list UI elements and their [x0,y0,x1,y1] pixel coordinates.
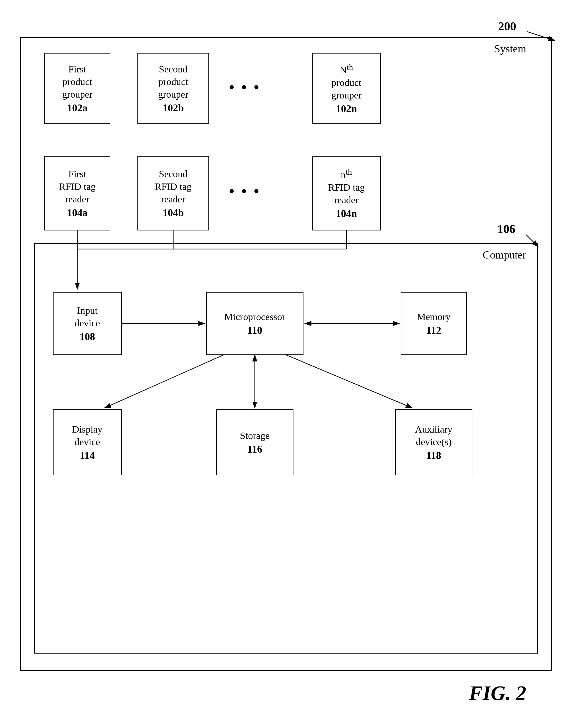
input-device-number: 108 [80,331,95,343]
storage-number: 116 [247,443,262,455]
grouper-2-number: 102b [163,102,184,114]
input-device-box: Inputdevice 108 [53,292,122,355]
system-number-label: 200 [498,19,516,33]
reader-2-number: 104b [163,207,184,219]
readers-dots: • • • [229,183,261,200]
grouper-1-number: 102a [67,102,88,114]
computer-number-label: 106 [497,222,515,236]
display-device-label: Displaydevice [72,423,102,448]
reader-n-box: nthRFID tagreader 104n [312,156,381,230]
groupers-dots: • • • [229,79,261,96]
grouper-n-label: Nthproductgrouper [331,62,362,102]
reader-1-number: 104a [67,207,88,219]
grouper-n-number: 102n [336,103,357,115]
auxiliary-device-number: 118 [426,449,441,461]
microprocessor-label: Microprocessor [224,311,285,323]
figure-title: FIG. 2 [469,681,526,705]
input-device-label: Inputdevice [75,304,100,330]
memory-box: Memory 112 [401,292,467,355]
reader-1-box: FirstRFID tagreader 104a [45,156,110,230]
grouper-n-box: Nthproductgrouper 102n [312,53,381,124]
grouper-2-label: Secondproductgrouper [158,63,188,101]
microprocessor-box: Microprocessor 110 [206,292,303,355]
memory-number: 112 [426,324,441,337]
storage-label: Storage [240,429,270,442]
grouper-1-box: Firstproductgrouper 102a [45,53,110,124]
display-device-number: 114 [80,449,95,461]
storage-box: Storage 116 [216,410,293,475]
reader-n-label: nthRFID tagreader [328,167,365,207]
grouper-2-box: Secondproductgrouper 102b [137,53,209,124]
grouper-1-label: Firstproductgrouper [62,63,92,101]
microprocessor-number: 110 [247,324,262,337]
page: 200 System Firstproductgrouper 102a Seco… [0,0,572,728]
reader-n-number: 104n [336,208,357,220]
reader-1-label: FirstRFID tagreader [59,168,96,206]
auxiliary-device-label: Auxiliarydevice(s) [415,423,452,448]
memory-label: Memory [417,311,450,323]
reader-2-label: SecondRFID tagreader [155,168,192,206]
display-device-box: Displaydevice 114 [53,410,122,475]
reader-2-box: SecondRFID tagreader 104b [137,156,209,230]
auxiliary-device-box: Auxiliarydevice(s) 118 [395,410,473,475]
